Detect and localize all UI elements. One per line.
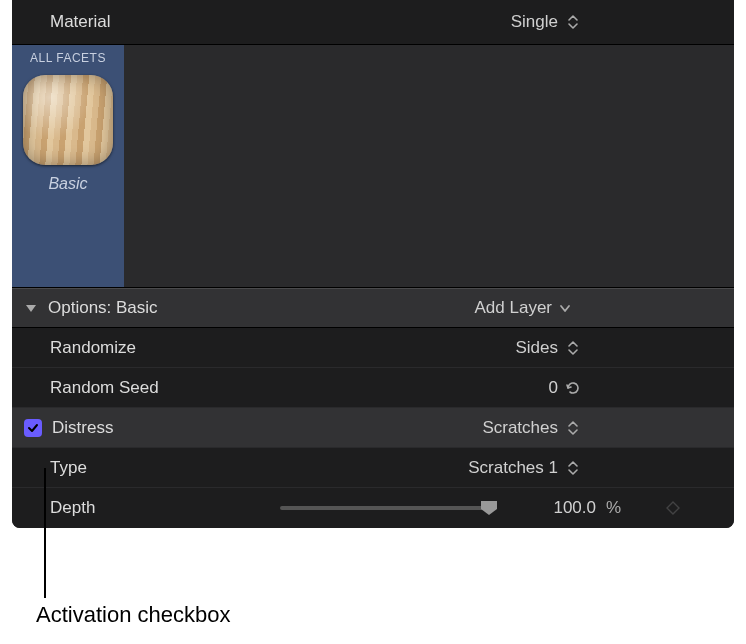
chevron-down-icon (558, 301, 572, 315)
distress-row: Distress Scratches (12, 408, 734, 448)
distress-value: Scratches (482, 418, 558, 438)
options-title: Options: Basic (48, 298, 158, 318)
random-seed-label: Random Seed (50, 378, 159, 398)
depth-label: Depth (50, 498, 95, 518)
randomize-label: Randomize (50, 338, 136, 358)
depth-value[interactable]: 100.0 (526, 498, 596, 518)
disclosure-triangle-icon[interactable] (24, 301, 42, 315)
distress-label: Distress (52, 418, 113, 438)
material-thumbnail[interactable] (23, 75, 113, 165)
depth-slider[interactable] (280, 506, 490, 510)
distress-dropdown[interactable]: Scratches (482, 418, 582, 438)
facet-tab-label: ALL FACETS (30, 45, 106, 73)
callout-text: Activation checkbox (36, 602, 230, 628)
random-seed-value[interactable]: 0 (518, 378, 558, 398)
stepper-icon (564, 340, 582, 356)
random-seed-row: Random Seed 0 (12, 368, 734, 408)
type-row: Type Scratches 1 (12, 448, 734, 488)
facets-area: ALL FACETS Basic (12, 44, 734, 288)
options-header: Options: Basic Add Layer (12, 288, 734, 328)
type-value: Scratches 1 (468, 458, 558, 478)
depth-row: Depth 100.0 % (12, 488, 734, 528)
stepper-icon (564, 14, 582, 30)
slider-thumb-icon[interactable] (480, 500, 498, 516)
randomize-row: Randomize Sides (12, 328, 734, 368)
stepper-icon (564, 420, 582, 436)
stepper-icon (564, 460, 582, 476)
material-value: Single (511, 12, 558, 32)
add-layer-label: Add Layer (475, 298, 553, 318)
material-thumbnail-label: Basic (48, 175, 87, 193)
callout-line (44, 468, 46, 598)
distress-checkbox[interactable] (24, 419, 42, 437)
material-dropdown[interactable]: Single (511, 12, 582, 32)
randomize-dropdown[interactable]: Sides (515, 338, 582, 358)
depth-unit: % (606, 498, 632, 518)
refresh-icon[interactable] (564, 379, 582, 397)
material-label: Material (50, 12, 110, 32)
material-row: Material Single (12, 0, 734, 44)
type-dropdown[interactable]: Scratches 1 (468, 458, 582, 478)
facet-tab-all[interactable]: ALL FACETS Basic (12, 45, 124, 287)
keyframe-diamond-icon[interactable] (664, 499, 682, 517)
add-layer-dropdown[interactable]: Add Layer (475, 298, 573, 318)
randomize-value: Sides (515, 338, 558, 358)
type-label: Type (50, 458, 87, 478)
inspector-panel: Material Single ALL FACETS Basic Options… (12, 0, 734, 528)
